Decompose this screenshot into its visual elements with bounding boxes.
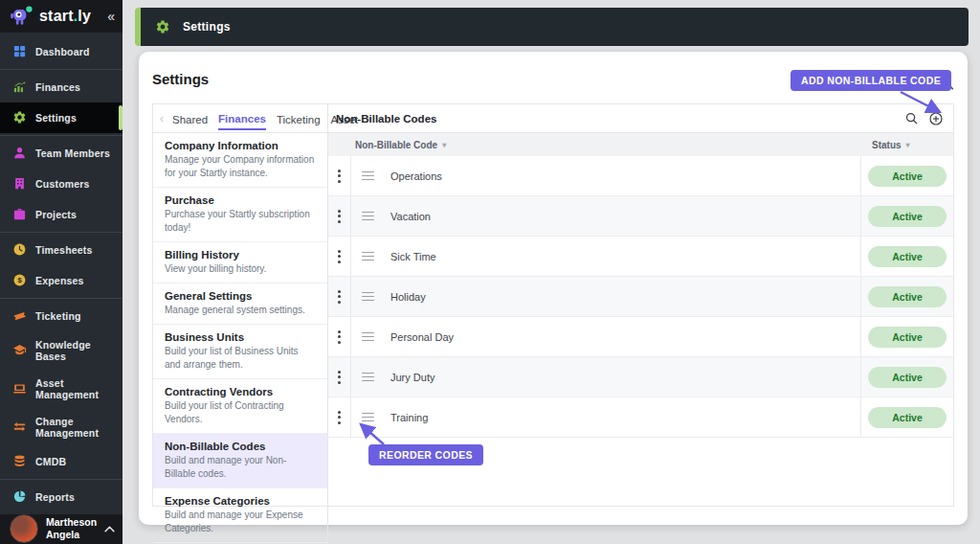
database-icon xyxy=(11,454,27,469)
ticket-icon xyxy=(11,308,27,324)
code-name: Jury Duty xyxy=(390,372,434,383)
submenu-item-company-information[interactable]: Company InformationManage your Company i… xyxy=(153,133,327,188)
tab-finances[interactable]: Finances xyxy=(218,107,266,130)
swap-arrows-icon xyxy=(11,419,27,435)
dashboard-icon xyxy=(11,44,27,59)
sidebar-item-timesheets[interactable]: Timesheets xyxy=(0,235,122,265)
sidebar-item-settings[interactable]: Settings xyxy=(0,102,122,133)
briefcase-icon xyxy=(11,207,27,222)
submenu-item-expense-categories[interactable]: Expense CategoriesBuild and manage your … xyxy=(153,488,327,543)
row-code-cell: Training xyxy=(351,397,860,437)
sidebar-item-dashboard[interactable]: Dashboard xyxy=(0,36,122,67)
sort-caret-icon: ▾ xyxy=(442,141,446,149)
drag-handle-icon[interactable] xyxy=(362,332,374,342)
sidebar-item-label: Knowledge Bases xyxy=(35,339,117,362)
submenu-item-title: Business Units xyxy=(165,331,316,343)
nav-group: Reports xyxy=(0,480,122,514)
drag-handle-icon[interactable] xyxy=(362,171,374,181)
submenu-item-description: Manage your Company information for your… xyxy=(165,153,316,180)
sidebar-item-ticketing[interactable]: Ticketing xyxy=(0,301,122,331)
tabs-prev-icon[interactable]: ‹ xyxy=(160,112,164,125)
person-icon xyxy=(11,146,27,161)
submenu-item-title: Contracting Vendors xyxy=(165,386,316,397)
page-header: Settings xyxy=(135,8,969,46)
row-menu-kebab-icon[interactable] xyxy=(328,156,351,195)
pie-chart-icon xyxy=(11,489,27,505)
card-title: Settings xyxy=(152,71,209,87)
add-non-billable-code-callout[interactable]: ADD NON-BILLABLE CODE xyxy=(791,70,951,91)
sidebar-item-expenses[interactable]: $Expenses xyxy=(0,265,122,296)
submenu-item-business-units[interactable]: Business UnitsBuild your list of Busines… xyxy=(153,325,327,379)
non-billable-codes-table: Non-Billable Code▾ Status▾ OperationsAct… xyxy=(328,133,953,438)
user-menu[interactable]: Martheson Angela xyxy=(0,514,122,544)
code-name: Personal Day xyxy=(390,331,454,343)
avatar xyxy=(10,514,38,543)
building-icon xyxy=(11,176,27,192)
clock-icon xyxy=(11,242,27,258)
submenu-item-non-billable-codes[interactable]: Non-Billable CodesBuild and manage your … xyxy=(153,434,327,488)
submenu-item-general-settings[interactable]: General SettingsManage general system se… xyxy=(153,283,327,325)
settings-tabs: ‹ SharedFinancesTicketingAsset › xyxy=(153,104,328,132)
sidebar-item-team-members[interactable]: Team Members xyxy=(0,138,122,169)
sidebar-item-cmdb[interactable]: CMDB xyxy=(0,446,122,477)
row-status-cell: Active xyxy=(860,277,953,316)
row-menu-kebab-icon[interactable] xyxy=(328,397,351,437)
sidebar-item-customers[interactable]: Customers xyxy=(0,169,122,199)
row-code-cell: Vacation xyxy=(351,196,860,236)
submenu-item-purchase[interactable]: PurchasePurchase your Startly subscripti… xyxy=(153,188,327,242)
column-header-code[interactable]: Non-Billable Code▾ xyxy=(351,133,860,156)
chevron-up-icon xyxy=(104,523,115,534)
brand-name: start.ly xyxy=(39,8,91,25)
nav-group: Dashboard xyxy=(0,34,122,70)
drag-handle-icon[interactable] xyxy=(362,252,374,261)
sidebar: start.ly « DashboardFinancesSettingsTeam… xyxy=(0,0,122,544)
status-badge: Active xyxy=(868,246,947,267)
row-menu-kebab-icon[interactable] xyxy=(328,317,351,356)
drag-handle-icon[interactable] xyxy=(362,292,374,302)
tab-shared[interactable]: Shared xyxy=(172,108,208,129)
submenu-item-title: Non-Billable Codes xyxy=(165,441,316,452)
sidebar-item-change-management[interactable]: Change Management xyxy=(0,408,122,446)
sidebar-item-knowledge-bases[interactable]: Knowledge Bases xyxy=(0,331,122,370)
sidebar-item-finances[interactable]: Finances xyxy=(0,72,122,102)
nav-group: TicketingKnowledge BasesAsset Management… xyxy=(0,299,122,480)
page-header-title: Settings xyxy=(183,20,231,34)
sidebar-collapse-icon[interactable]: « xyxy=(107,9,115,24)
row-status-cell: Active xyxy=(860,317,953,356)
submenu-item-billing-history[interactable]: Billing HistoryView your billing history… xyxy=(153,242,327,283)
sidebar-item-label: Timesheets xyxy=(35,244,93,256)
sidebar-item-label: Expenses xyxy=(35,275,84,286)
row-menu-kebab-icon[interactable] xyxy=(328,277,351,316)
drag-handle-icon[interactable] xyxy=(362,373,374,382)
status-badge: Active xyxy=(868,286,947,307)
sidebar-item-projects[interactable]: Projects xyxy=(0,199,122,230)
add-non-billable-code-icon[interactable] xyxy=(928,111,944,126)
row-menu-kebab-icon[interactable] xyxy=(328,196,351,236)
reorder-codes-callout[interactable]: REORDER CODES xyxy=(368,444,483,465)
brand-logo[interactable]: start.ly « xyxy=(0,0,122,33)
column-header-status[interactable]: Status▾ xyxy=(860,133,953,156)
status-badge: Active xyxy=(868,407,947,428)
tab-ticketing[interactable]: Ticketing xyxy=(277,108,321,129)
sidebar-item-label: Asset Management xyxy=(35,377,117,400)
code-name: Sick Time xyxy=(390,251,436,262)
app-root: start.ly « DashboardFinancesSettingsTeam… xyxy=(0,0,980,544)
sidebar-item-reports[interactable]: Reports xyxy=(0,482,122,512)
submenu-item-description: Build and manage your Expense Categories… xyxy=(165,509,316,535)
search-icon[interactable] xyxy=(904,111,919,125)
row-menu-kebab-icon[interactable] xyxy=(328,357,351,397)
submenu-item-title: Billing History xyxy=(165,249,316,261)
code-name: Vacation xyxy=(390,211,431,222)
drag-handle-icon[interactable] xyxy=(362,212,374,221)
table-row: Jury DutyActive xyxy=(328,357,953,397)
sidebar-item-label: Customers xyxy=(35,178,90,190)
sidebar-item-label: CMDB xyxy=(35,456,66,467)
row-menu-kebab-icon[interactable] xyxy=(328,237,351,276)
table-header-actions-cell xyxy=(328,133,351,156)
table-header: Non-Billable Code▾ Status▾ xyxy=(328,133,953,156)
table-row: Sick TimeActive xyxy=(328,237,953,277)
sidebar-item-asset-management[interactable]: Asset Management xyxy=(0,370,122,408)
submenu-item-description: View your billing history. xyxy=(165,262,316,276)
drag-handle-icon[interactable] xyxy=(362,413,374,422)
submenu-item-contracting-vendors[interactable]: Contracting VendorsBuild your list of Co… xyxy=(153,379,327,434)
